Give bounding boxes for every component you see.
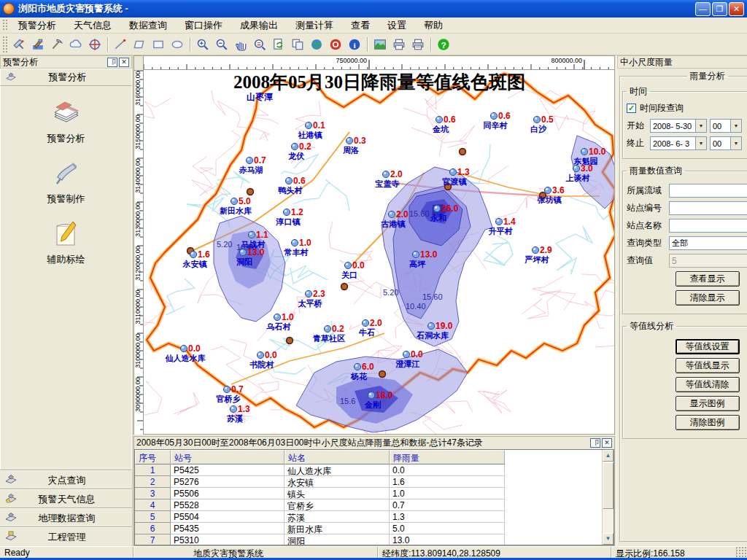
station-name: 苏溪 [227, 414, 244, 423]
chevron-down-icon[interactable]: ▼ [730, 137, 741, 149]
info-icon[interactable]: i [345, 36, 364, 53]
table-row[interactable]: 6P5435新田水库5.0 [135, 523, 602, 534]
table-row[interactable]: 3P5506镇头1.0 [135, 488, 602, 499]
time-range-checkbox[interactable]: ✓ [627, 104, 636, 113]
target-icon[interactable] [85, 36, 104, 53]
copy-layer-icon[interactable] [288, 36, 307, 53]
pick-icon[interactable] [47, 36, 66, 53]
rain-analysis-group: 雨量分析 时间 ✓ 时间段查询 开始 2008- 5-30 ▼ [619, 70, 747, 542]
contour-button-4[interactable]: 清除图例 [676, 415, 740, 430]
menu-item-5[interactable]: 测量计算 [287, 17, 342, 34]
nav-item-2[interactable]: 地理数据查询 [0, 508, 132, 527]
nav-item-0[interactable]: 灾点查询 [0, 470, 132, 489]
ruler-label: 3090000.00 [134, 377, 142, 412]
nav-item-label: 预警天气信息 [22, 493, 112, 506]
table-row[interactable]: 1P5425仙人造水库0.0 [135, 464, 602, 476]
clear-display-button[interactable]: 清除显示 [676, 290, 740, 306]
close-icon[interactable]: ✕ [119, 58, 129, 67]
table-row[interactable]: 4P5528官桥乡0.7 [135, 499, 602, 511]
table-row[interactable]: 7P5310洞阳13.0 [135, 534, 602, 545]
ruler-label: 750000.00 [336, 57, 367, 64]
stop-icon[interactable] [326, 36, 345, 53]
station-id-label: 站点编号 [627, 202, 669, 214]
help-icon[interactable]: ? [434, 36, 453, 53]
contour-button-2[interactable]: 等值线清除 [676, 377, 740, 392]
resize-grip[interactable] [737, 547, 747, 558]
zoom-in-icon[interactable] [193, 36, 212, 53]
column-header-3[interactable]: 降雨量 [390, 450, 505, 464]
menu-item-6[interactable]: 查看 [342, 17, 379, 34]
draw-polygon-icon[interactable] [130, 36, 149, 53]
hammer-icon[interactable] [28, 36, 47, 53]
contour-button-0[interactable]: 等值线设置 [676, 339, 740, 354]
project-icon [0, 529, 22, 545]
station-id-input[interactable] [669, 201, 747, 215]
time-group: 时间 ✓ 时间段查询 开始 2008- 5-30 ▼ [622, 85, 747, 159]
query-type-select[interactable]: 全部 ▼ [669, 236, 747, 250]
menu-item-1[interactable]: 天气信息 [65, 17, 120, 34]
start-date-value: 2008- 5-30 [651, 122, 695, 131]
table-cell: P5276 [171, 476, 285, 488]
table-row[interactable]: 2P5276永安镇1.6 [135, 476, 602, 488]
draw-line-icon[interactable] [111, 36, 130, 53]
pan-icon[interactable] [231, 36, 250, 53]
maximize-button[interactable]: ❐ [712, 2, 727, 16]
end-date-select[interactable]: 2008- 6- 3 ▼ [650, 136, 707, 150]
menu-item-0[interactable]: 预警分析 [9, 17, 65, 34]
column-header-0[interactable]: 序号 [135, 450, 171, 464]
minimize-button[interactable]: — [695, 2, 711, 16]
menu-item-4[interactable]: 成果输出 [231, 17, 287, 34]
station-name-input[interactable] [669, 219, 747, 233]
nav-item-3[interactable]: 工程管理 [0, 527, 132, 546]
station-value: 2.0 [390, 169, 403, 179]
tool-item-0[interactable]: 预警分析 [1, 96, 131, 145]
draw-rect-icon[interactable] [149, 36, 168, 53]
globe-icon[interactable] [307, 36, 326, 53]
scroll-down-icon[interactable]: ▼ [603, 533, 614, 545]
scroll-up-icon[interactable]: ▲ [603, 450, 614, 462]
status-coordinates: 经纬度:113.809140,28.128509 [378, 547, 611, 558]
station-value: 1.3 [457, 167, 470, 177]
table-scrollbar[interactable]: ▲ ▼ [602, 450, 614, 545]
print-icon[interactable] [390, 36, 409, 53]
print-preview-icon[interactable] [409, 36, 427, 53]
basin-select[interactable]: ▼ [669, 184, 747, 198]
zoom-window-icon[interactable] [250, 36, 269, 53]
end-hour-select[interactable]: 00 ▼ [710, 136, 742, 150]
draw-ellipse-icon[interactable] [168, 36, 187, 53]
image-export-icon[interactable] [371, 36, 390, 53]
close-button[interactable]: ✕ [729, 2, 744, 16]
nav-item-1[interactable]: 预警天气信息 [0, 489, 132, 508]
contour-group-label: 等值线分析 [627, 320, 676, 332]
pin-icon[interactable]: 卩 [590, 438, 600, 448]
ruler-label: 800000.00 [551, 57, 582, 64]
chevron-down-icon[interactable]: ▼ [730, 120, 741, 132]
nav-item-label: 地理数据查询 [22, 512, 112, 525]
column-header-1[interactable]: 站号 [171, 450, 285, 464]
zoom-out-icon[interactable] [212, 36, 231, 53]
menu-item-8[interactable]: 帮助 [415, 17, 452, 34]
start-hour-select[interactable]: 00 ▼ [710, 119, 742, 133]
refresh-page-icon[interactable] [269, 36, 288, 53]
close-icon[interactable]: ✕ [602, 438, 612, 448]
contour-value-label: 15.6 [340, 397, 355, 405]
scroll-thumb[interactable] [603, 462, 614, 509]
contour-button-3[interactable]: 显示图例 [676, 396, 740, 411]
pin-icon[interactable]: 卩 [107, 58, 117, 67]
satellite-icon[interactable] [9, 36, 28, 53]
column-header-2[interactable]: 站名 [285, 450, 390, 464]
start-date-select[interactable]: 2008- 5-30 ▼ [650, 119, 707, 133]
show-display-button[interactable]: 查看显示 [676, 271, 740, 287]
tool-item-1[interactable]: 预警制作 [1, 157, 131, 206]
chevron-down-icon[interactable]: ▼ [695, 120, 706, 132]
contour-button-1[interactable]: 等值线显示 [676, 358, 740, 373]
map-canvas[interactable]: 5.2010.4015.605.2015.6010.4015.60.1社港镇0.… [144, 71, 614, 434]
cloud-icon[interactable] [66, 36, 85, 53]
menu-item-7[interactable]: 设置 [379, 17, 415, 34]
station-value: 0.0 [352, 260, 365, 271]
table-row[interactable]: 5P5504苏溪1.3 [135, 511, 602, 523]
menu-item-2[interactable]: 数据查询 [120, 17, 176, 34]
tool-item-2[interactable]: 辅助标绘 [1, 217, 131, 266]
chevron-down-icon[interactable]: ▼ [695, 137, 706, 149]
menu-item-3[interactable]: 窗口操作 [176, 17, 231, 34]
